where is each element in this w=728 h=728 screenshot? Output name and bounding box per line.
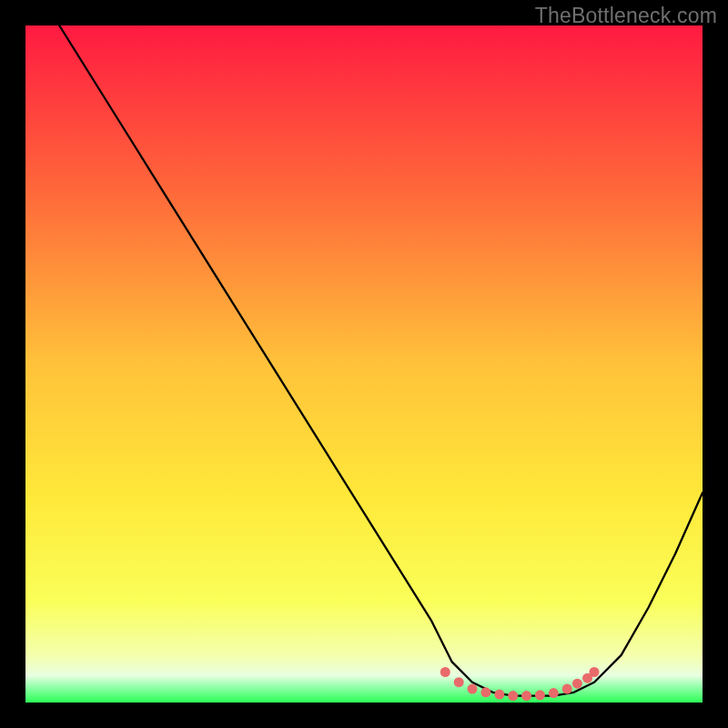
flat-region-marker bbox=[454, 677, 464, 687]
gradient-background bbox=[25, 25, 703, 703]
flat-region-marker bbox=[549, 688, 559, 698]
flat-region-marker bbox=[440, 667, 450, 677]
flat-region-marker bbox=[494, 690, 504, 700]
flat-region-marker bbox=[562, 684, 572, 694]
flat-region-marker bbox=[590, 667, 600, 677]
flat-region-marker bbox=[508, 691, 518, 701]
flat-region-marker bbox=[468, 684, 478, 694]
bottleneck-plot bbox=[25, 25, 703, 703]
flat-region-marker bbox=[535, 690, 545, 700]
chart-frame bbox=[25, 25, 703, 703]
flat-region-marker bbox=[521, 691, 531, 701]
watermark-text: TheBottleneck.com bbox=[535, 4, 717, 28]
flat-region-marker bbox=[572, 679, 582, 689]
flat-region-marker bbox=[480, 687, 490, 697]
